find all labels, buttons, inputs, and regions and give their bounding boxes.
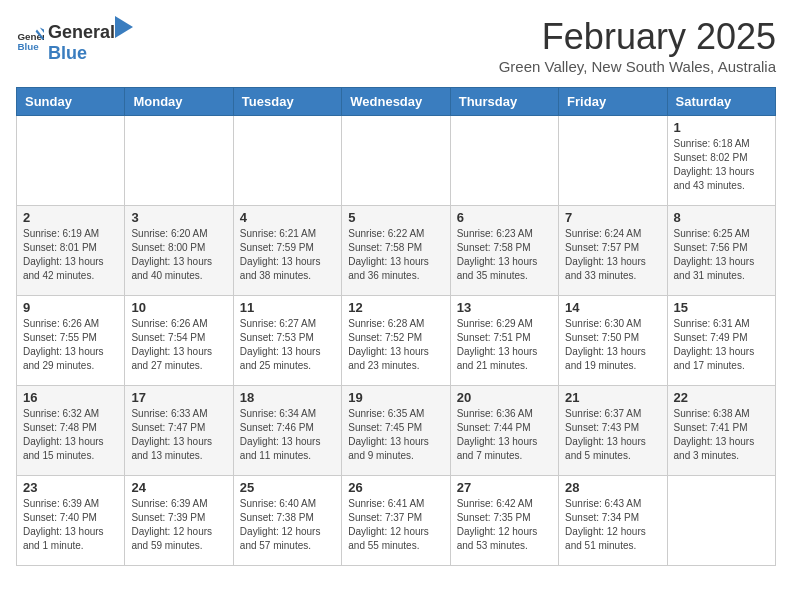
day-number: 17: [131, 390, 226, 405]
day-info: Sunrise: 6:24 AM Sunset: 7:57 PM Dayligh…: [565, 227, 660, 283]
logo-icon: General Blue: [16, 26, 44, 54]
day-info: Sunrise: 6:25 AM Sunset: 7:56 PM Dayligh…: [674, 227, 769, 283]
day-number: 15: [674, 300, 769, 315]
calendar-day-cell: 2Sunrise: 6:19 AM Sunset: 8:01 PM Daylig…: [17, 206, 125, 296]
calendar-day-cell: 22Sunrise: 6:38 AM Sunset: 7:41 PM Dayli…: [667, 386, 775, 476]
day-number: 16: [23, 390, 118, 405]
calendar-day-cell: 21Sunrise: 6:37 AM Sunset: 7:43 PM Dayli…: [559, 386, 667, 476]
calendar-day-cell: 5Sunrise: 6:22 AM Sunset: 7:58 PM Daylig…: [342, 206, 450, 296]
calendar-day-header: Friday: [559, 88, 667, 116]
day-number: 8: [674, 210, 769, 225]
calendar-week-row: 16Sunrise: 6:32 AM Sunset: 7:48 PM Dayli…: [17, 386, 776, 476]
day-number: 20: [457, 390, 552, 405]
calendar-day-cell: [17, 116, 125, 206]
calendar-day-cell: 28Sunrise: 6:43 AM Sunset: 7:34 PM Dayli…: [559, 476, 667, 566]
calendar-day-cell: 4Sunrise: 6:21 AM Sunset: 7:59 PM Daylig…: [233, 206, 341, 296]
day-number: 9: [23, 300, 118, 315]
day-info: Sunrise: 6:42 AM Sunset: 7:35 PM Dayligh…: [457, 497, 552, 553]
calendar-day-cell: 23Sunrise: 6:39 AM Sunset: 7:40 PM Dayli…: [17, 476, 125, 566]
day-number: 6: [457, 210, 552, 225]
calendar-day-cell: 10Sunrise: 6:26 AM Sunset: 7:54 PM Dayli…: [125, 296, 233, 386]
day-info: Sunrise: 6:21 AM Sunset: 7:59 PM Dayligh…: [240, 227, 335, 283]
day-info: Sunrise: 6:40 AM Sunset: 7:38 PM Dayligh…: [240, 497, 335, 553]
calendar-day-cell: 16Sunrise: 6:32 AM Sunset: 7:48 PM Dayli…: [17, 386, 125, 476]
calendar-week-row: 9Sunrise: 6:26 AM Sunset: 7:55 PM Daylig…: [17, 296, 776, 386]
page-header: General Blue General Blue February 2025 …: [16, 16, 776, 75]
day-number: 4: [240, 210, 335, 225]
day-number: 14: [565, 300, 660, 315]
calendar-week-row: 1Sunrise: 6:18 AM Sunset: 8:02 PM Daylig…: [17, 116, 776, 206]
day-number: 26: [348, 480, 443, 495]
day-number: 13: [457, 300, 552, 315]
location-title: Green Valley, New South Wales, Australia: [499, 58, 776, 75]
day-info: Sunrise: 6:19 AM Sunset: 8:01 PM Dayligh…: [23, 227, 118, 283]
day-info: Sunrise: 6:22 AM Sunset: 7:58 PM Dayligh…: [348, 227, 443, 283]
day-info: Sunrise: 6:32 AM Sunset: 7:48 PM Dayligh…: [23, 407, 118, 463]
calendar-day-header: Thursday: [450, 88, 558, 116]
calendar-day-cell: [450, 116, 558, 206]
calendar-day-header: Tuesday: [233, 88, 341, 116]
day-number: 28: [565, 480, 660, 495]
day-info: Sunrise: 6:31 AM Sunset: 7:49 PM Dayligh…: [674, 317, 769, 373]
day-info: Sunrise: 6:38 AM Sunset: 7:41 PM Dayligh…: [674, 407, 769, 463]
day-info: Sunrise: 6:34 AM Sunset: 7:46 PM Dayligh…: [240, 407, 335, 463]
day-info: Sunrise: 6:26 AM Sunset: 7:54 PM Dayligh…: [131, 317, 226, 373]
day-number: 12: [348, 300, 443, 315]
calendar-day-cell: [342, 116, 450, 206]
calendar-day-cell: [233, 116, 341, 206]
day-number: 19: [348, 390, 443, 405]
day-info: Sunrise: 6:30 AM Sunset: 7:50 PM Dayligh…: [565, 317, 660, 373]
svg-marker-4: [115, 16, 133, 38]
calendar-day-cell: 15Sunrise: 6:31 AM Sunset: 7:49 PM Dayli…: [667, 296, 775, 386]
calendar-day-cell: 18Sunrise: 6:34 AM Sunset: 7:46 PM Dayli…: [233, 386, 341, 476]
calendar-day-cell: 1Sunrise: 6:18 AM Sunset: 8:02 PM Daylig…: [667, 116, 775, 206]
day-info: Sunrise: 6:39 AM Sunset: 7:39 PM Dayligh…: [131, 497, 226, 553]
logo-triangle-icon: [115, 16, 133, 38]
calendar-day-header: Sunday: [17, 88, 125, 116]
calendar-day-cell: 24Sunrise: 6:39 AM Sunset: 7:39 PM Dayli…: [125, 476, 233, 566]
title-block: February 2025 Green Valley, New South Wa…: [499, 16, 776, 75]
day-number: 1: [674, 120, 769, 135]
day-info: Sunrise: 6:23 AM Sunset: 7:58 PM Dayligh…: [457, 227, 552, 283]
calendar-day-cell: 13Sunrise: 6:29 AM Sunset: 7:51 PM Dayli…: [450, 296, 558, 386]
day-number: 25: [240, 480, 335, 495]
day-number: 23: [23, 480, 118, 495]
day-info: Sunrise: 6:39 AM Sunset: 7:40 PM Dayligh…: [23, 497, 118, 553]
calendar-day-header: Monday: [125, 88, 233, 116]
day-info: Sunrise: 6:36 AM Sunset: 7:44 PM Dayligh…: [457, 407, 552, 463]
calendar-day-cell: [667, 476, 775, 566]
calendar-day-cell: 8Sunrise: 6:25 AM Sunset: 7:56 PM Daylig…: [667, 206, 775, 296]
calendar-day-cell: 14Sunrise: 6:30 AM Sunset: 7:50 PM Dayli…: [559, 296, 667, 386]
day-number: 5: [348, 210, 443, 225]
day-number: 7: [565, 210, 660, 225]
calendar-day-cell: 7Sunrise: 6:24 AM Sunset: 7:57 PM Daylig…: [559, 206, 667, 296]
day-info: Sunrise: 6:43 AM Sunset: 7:34 PM Dayligh…: [565, 497, 660, 553]
day-info: Sunrise: 6:41 AM Sunset: 7:37 PM Dayligh…: [348, 497, 443, 553]
day-info: Sunrise: 6:26 AM Sunset: 7:55 PM Dayligh…: [23, 317, 118, 373]
calendar-day-cell: 6Sunrise: 6:23 AM Sunset: 7:58 PM Daylig…: [450, 206, 558, 296]
day-number: 18: [240, 390, 335, 405]
day-number: 21: [565, 390, 660, 405]
day-info: Sunrise: 6:27 AM Sunset: 7:53 PM Dayligh…: [240, 317, 335, 373]
calendar-day-cell: [559, 116, 667, 206]
day-number: 11: [240, 300, 335, 315]
calendar-day-cell: 25Sunrise: 6:40 AM Sunset: 7:38 PM Dayli…: [233, 476, 341, 566]
day-number: 3: [131, 210, 226, 225]
logo-blue-text: Blue: [48, 43, 87, 63]
logo-general-text: General: [48, 22, 115, 43]
calendar-day-header: Wednesday: [342, 88, 450, 116]
svg-text:Blue: Blue: [17, 41, 39, 52]
calendar-week-row: 2Sunrise: 6:19 AM Sunset: 8:01 PM Daylig…: [17, 206, 776, 296]
day-info: Sunrise: 6:20 AM Sunset: 8:00 PM Dayligh…: [131, 227, 226, 283]
calendar-day-cell: 9Sunrise: 6:26 AM Sunset: 7:55 PM Daylig…: [17, 296, 125, 386]
day-info: Sunrise: 6:29 AM Sunset: 7:51 PM Dayligh…: [457, 317, 552, 373]
logo: General Blue General Blue: [16, 16, 133, 64]
day-info: Sunrise: 6:35 AM Sunset: 7:45 PM Dayligh…: [348, 407, 443, 463]
day-info: Sunrise: 6:37 AM Sunset: 7:43 PM Dayligh…: [565, 407, 660, 463]
calendar-week-row: 23Sunrise: 6:39 AM Sunset: 7:40 PM Dayli…: [17, 476, 776, 566]
calendar-header-row: SundayMondayTuesdayWednesdayThursdayFrid…: [17, 88, 776, 116]
day-info: Sunrise: 6:28 AM Sunset: 7:52 PM Dayligh…: [348, 317, 443, 373]
calendar-day-cell: 27Sunrise: 6:42 AM Sunset: 7:35 PM Dayli…: [450, 476, 558, 566]
calendar-day-cell: [125, 116, 233, 206]
day-number: 27: [457, 480, 552, 495]
